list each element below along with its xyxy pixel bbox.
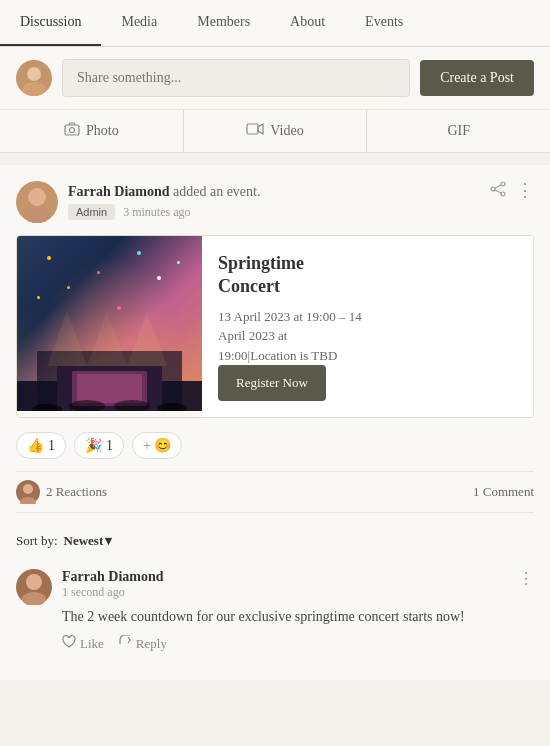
comment-body: Farrah Diamond 1 second ago ⋮ The 2 week…	[62, 569, 534, 652]
comments-count-text[interactable]: 1 Comment	[473, 484, 534, 500]
reply-button[interactable]: Reply	[118, 635, 167, 652]
chevron-down-icon: ▾	[105, 533, 112, 549]
comment-author-avatar	[16, 569, 52, 605]
svg-point-25	[23, 484, 33, 494]
svg-point-0	[27, 67, 41, 81]
post-author-row: Farrah Diamond added an event. Admin 3 m…	[16, 181, 260, 223]
comment-header-row: Farrah Diamond 1 second ago ⋮	[62, 569, 534, 606]
tab-members[interactable]: Members	[177, 0, 270, 46]
event-image	[17, 236, 202, 411]
event-details: SpringtimeConcert 13 April 2023 at 19:00…	[202, 236, 533, 417]
post-creator-bar: Create a Post	[0, 47, 550, 110]
post-meta-row: Admin 3 minutes ago	[68, 204, 260, 220]
svg-point-8	[501, 192, 505, 196]
comment-author-name: Farrah Diamond	[62, 569, 164, 585]
party-reaction[interactable]: 🎉 1	[74, 432, 124, 459]
tab-media[interactable]: Media	[101, 0, 177, 46]
comment-item: Farrah Diamond 1 second ago ⋮ The 2 week…	[16, 561, 534, 660]
svg-point-28	[22, 592, 46, 605]
event-card: SpringtimeConcert 13 April 2023 at 19:00…	[16, 235, 534, 418]
reply-label: Reply	[136, 636, 167, 652]
svg-point-7	[501, 182, 505, 186]
svg-rect-17	[77, 374, 142, 403]
like-label: Like	[80, 636, 104, 652]
more-options-icon[interactable]: ⋮	[516, 181, 534, 201]
reactions-stat: 2 Reactions	[16, 480, 107, 504]
thumbsup-reaction[interactable]: 👍 1	[16, 432, 66, 459]
post-author-name: Farrah Diamond	[68, 184, 170, 199]
party-emoji: 🎉	[85, 437, 102, 454]
event-title: SpringtimeConcert	[218, 252, 517, 299]
tab-about[interactable]: About	[270, 0, 345, 46]
svg-point-6	[23, 208, 51, 223]
comment-actions: Like Reply	[62, 635, 534, 652]
svg-rect-2	[65, 125, 79, 135]
camera-icon	[64, 122, 80, 140]
svg-point-9	[491, 187, 495, 191]
plus-emoji-icon: + 😊	[143, 437, 171, 454]
sort-select[interactable]: Newest ▾	[64, 533, 113, 549]
svg-point-3	[69, 128, 74, 133]
gif-label: GIF	[447, 123, 470, 139]
register-now-button[interactable]: Register Now	[218, 365, 326, 401]
tab-events[interactable]: Events	[345, 0, 423, 46]
svg-point-1	[22, 82, 46, 96]
media-buttons-bar: Photo Video GIF	[0, 110, 550, 153]
post-meta: Farrah Diamond added an event. Admin 3 m…	[68, 184, 260, 220]
reactions-count-text: 2 Reactions	[46, 484, 107, 500]
admin-badge: Admin	[68, 204, 115, 220]
svg-line-10	[495, 185, 501, 188]
event-date: 13 April 2023 at 19:00 – 14April 2023 at…	[218, 307, 517, 366]
sort-row: Sort by: Newest ▾	[16, 525, 534, 557]
stats-row: 2 Reactions 1 Comment	[16, 471, 534, 513]
tab-discussion[interactable]: Discussion	[0, 0, 101, 46]
sort-by-label: Sort by:	[16, 533, 58, 549]
create-post-button[interactable]: Create a Post	[420, 60, 534, 96]
reply-icon	[118, 635, 132, 652]
reactions-pills-row: 👍 1 🎉 1 + 😊	[16, 432, 534, 459]
thumbsup-emoji: 👍	[27, 437, 44, 454]
post-action: added an event.	[173, 184, 260, 199]
comment-time: 1 second ago	[62, 585, 164, 600]
add-reaction-button[interactable]: + 😊	[132, 432, 182, 459]
svg-point-5	[28, 188, 46, 206]
svg-point-27	[26, 574, 42, 590]
comment-text: The 2 week countdown for our exclusive s…	[62, 606, 534, 627]
svg-marker-18	[47, 311, 87, 366]
comment-more-options-icon[interactable]: ⋮	[518, 569, 534, 588]
share-icon[interactable]	[490, 181, 506, 201]
post-card: Farrah Diamond added an event. Admin 3 m…	[0, 165, 550, 680]
video-button[interactable]: Video	[184, 110, 368, 152]
svg-point-26	[20, 497, 36, 504]
comment-author-info: Farrah Diamond 1 second ago	[62, 569, 164, 606]
heart-icon	[62, 635, 76, 652]
video-icon	[246, 123, 264, 139]
photo-button[interactable]: Photo	[0, 110, 184, 152]
post-header-actions: ⋮	[490, 181, 534, 201]
comment-section: Farrah Diamond 1 second ago ⋮ The 2 week…	[16, 557, 534, 664]
post-author-avatar	[16, 181, 58, 223]
nav-tabs: Discussion Media Members About Events	[0, 0, 550, 47]
photo-label: Photo	[86, 123, 119, 139]
svg-line-11	[495, 190, 501, 193]
gif-button[interactable]: GIF	[367, 110, 550, 152]
post-header: Farrah Diamond added an event. Admin 3 m…	[16, 181, 534, 223]
current-user-avatar	[16, 60, 52, 96]
svg-marker-19	[87, 311, 127, 366]
thumbsup-count: 1	[48, 438, 55, 454]
share-input[interactable]	[62, 59, 410, 97]
post-time: 3 minutes ago	[123, 205, 190, 220]
reactions-avatar	[16, 480, 40, 504]
party-count: 1	[106, 438, 113, 454]
video-label: Video	[270, 123, 303, 139]
svg-rect-4	[247, 124, 258, 134]
sort-value: Newest	[64, 533, 104, 549]
svg-marker-20	[127, 311, 167, 366]
like-button[interactable]: Like	[62, 635, 104, 652]
